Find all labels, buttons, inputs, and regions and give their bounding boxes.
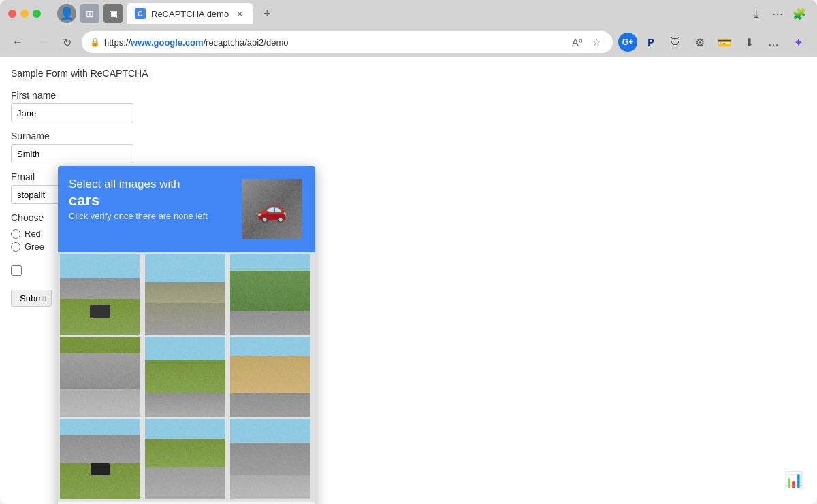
tab-title: ReCAPTCHA demo [151, 9, 229, 19]
grid-image-4 [145, 337, 225, 417]
right-toolbar: G+ P 🛡 ⚙ 💳 ⬇ … ✦ [618, 31, 809, 53]
captcha-cell-1[interactable] [145, 254, 225, 335]
grid-image-0 [60, 254, 140, 335]
windows-icon: ▣ [103, 4, 123, 23]
address-bar[interactable]: 🔒 https://www.google.com/recaptcha/api2/… [82, 31, 613, 53]
wallet-icon[interactable]: 💳 [714, 31, 735, 53]
download-icon[interactable]: ⬇ [738, 31, 760, 53]
shield-icon[interactable]: 🛡 [664, 31, 686, 53]
captcha-instruction: Select all images with cars Click verify… [69, 177, 231, 222]
lock-icon: 🔒 [90, 37, 100, 47]
forward-button[interactable]: → [33, 33, 52, 52]
tab-favicon: G [135, 8, 146, 19]
captcha-subtext: Click verify once there are none left [69, 211, 208, 221]
address-actions: Aᵅ ☆ [569, 34, 605, 50]
edge-copilot-icon[interactable]: ✦ [787, 31, 809, 53]
recaptcha-badge: 📊 [784, 471, 803, 490]
avatar: 👤 [57, 4, 76, 23]
captcha-cell-3[interactable] [60, 337, 140, 417]
captcha-cell-6[interactable] [60, 419, 140, 499]
captcha-widget: Select all images with cars Click verify… [58, 166, 315, 504]
grid-image-5 [230, 337, 310, 417]
surname-label: Surname [11, 131, 147, 141]
toolbar-icon-1[interactable]: ⤓ [746, 4, 765, 23]
firstname-row: First name [11, 90, 147, 122]
captcha-header: Select all images with cars Click verify… [58, 166, 315, 252]
surname-input[interactable] [11, 144, 133, 163]
grid-image-7 [145, 419, 225, 499]
google-account-icon[interactable]: G+ [618, 33, 637, 52]
browser-window: 👤 ⊞ ▣ G ReCAPTCHA demo ✕ + ⤓ ⋯ 🧩 ← → ↻ 🔒 [0, 0, 817, 504]
user-icon: 👤 [59, 6, 74, 21]
active-tab[interactable]: G ReCAPTCHA demo ✕ [127, 3, 253, 24]
captcha-cell-4[interactable] [145, 337, 225, 417]
paypal-icon[interactable]: P [640, 31, 662, 53]
radio-green[interactable] [11, 242, 20, 252]
menu-icon[interactable]: … [763, 31, 784, 53]
puzzle-icon[interactable]: ⚙ [689, 31, 711, 53]
grid-image-6 [60, 419, 140, 499]
firstname-input[interactable] [11, 103, 133, 122]
grid-image-1 [145, 254, 225, 335]
recaptcha-logo-icon: 📊 [784, 471, 803, 488]
radio-green-label: Gree [25, 241, 44, 252]
new-tab-button[interactable]: + [257, 4, 276, 23]
maximize-button[interactable] [33, 10, 41, 18]
surname-row: Surname [11, 131, 147, 163]
radio-red-label: Red [25, 229, 41, 239]
tab-bar: 👤 ⊞ ▣ G ReCAPTCHA demo ✕ + ⤓ ⋯ 🧩 [57, 3, 809, 24]
captcha-preview-image [240, 177, 304, 241]
captcha-cell-2[interactable] [230, 254, 310, 335]
captcha-select-text: Select all images with [69, 178, 180, 190]
back-button[interactable]: ← [8, 33, 27, 52]
grid-image-2 [230, 254, 310, 335]
grid-image-3 [60, 337, 140, 417]
address-bar-row: ← → ↻ 🔒 https://www.google.com/recaptcha… [0, 27, 817, 57]
firstname-label: First name [11, 90, 147, 101]
radio-red[interactable] [11, 229, 20, 239]
captcha-cell-7[interactable] [145, 419, 225, 499]
submit-button[interactable]: Submit [11, 290, 52, 307]
captcha-cell-5[interactable] [230, 337, 310, 417]
captcha-grid [58, 252, 315, 501]
title-bar: 👤 ⊞ ▣ G ReCAPTCHA demo ✕ + ⤓ ⋯ 🧩 [0, 0, 817, 27]
toolbar-icon-2[interactable]: ⋯ [768, 4, 787, 23]
bookmark-icon[interactable]: ☆ [588, 34, 605, 50]
extensions-icon: ⊞ [80, 4, 99, 23]
car-image [242, 179, 302, 239]
captcha-keyword: cars [69, 192, 231, 209]
tab-close-button[interactable]: ✕ [234, 8, 245, 19]
toolbar-icons: ⤓ ⋯ 🧩 [746, 4, 809, 23]
traffic-lights [8, 10, 41, 18]
captcha-footer: ↻ 🎧 ℹ VERIFY [58, 501, 315, 504]
grid-image-8 [230, 419, 310, 499]
captcha-cell-0[interactable] [60, 254, 140, 335]
refresh-button[interactable]: ↻ [57, 33, 76, 52]
page-content: Sample Form with ReCAPTCHA First name Su… [0, 57, 817, 504]
minimize-button[interactable] [20, 10, 29, 18]
read-mode-icon[interactable]: Aᵅ [569, 34, 586, 50]
captcha-cell-8[interactable] [230, 419, 310, 499]
checkbox-input[interactable] [11, 265, 22, 276]
close-button[interactable] [8, 10, 16, 18]
address-text: https://www.google.com/recaptcha/api2/de… [104, 37, 288, 48]
extensions-toolbar-icon[interactable]: 🧩 [790, 4, 809, 23]
page-title: Sample Form with ReCAPTCHA [11, 68, 806, 79]
